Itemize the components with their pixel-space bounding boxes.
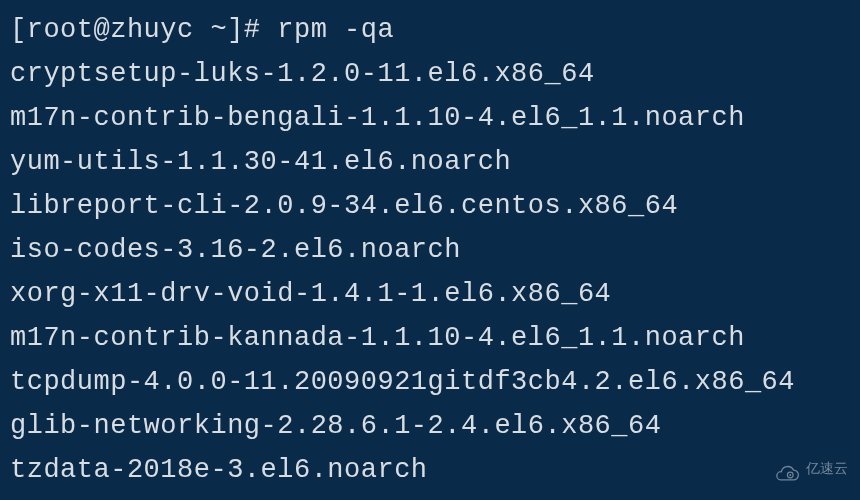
output-line: m17n-contrib-bengali-1.1.10-4.el6_1.1.no… (10, 96, 850, 140)
watermark: 亿速云 (774, 446, 848, 490)
command-line[interactable]: [root@zhuyc ~]# rpm -qa (10, 8, 850, 52)
output-line: tcpdump-4.0.0-11.20090921gitdf3cb4.2.el6… (10, 360, 850, 404)
svg-point-1 (789, 474, 791, 476)
output-line: xorg-x11-drv-void-1.4.1-1.el6.x86_64 (10, 272, 850, 316)
output-line: yum-utils-1.1.30-41.el6.noarch (10, 140, 850, 184)
output-line: cryptsetup-luks-1.2.0-11.el6.x86_64 (10, 52, 850, 96)
output-line: iso-codes-3.16-2.el6.noarch (10, 228, 850, 272)
output-line: tzdata-2018e-3.el6.noarch (10, 448, 850, 492)
watermark-text: 亿速云 (806, 446, 848, 490)
shell-prompt: [root@zhuyc ~]# (10, 15, 277, 45)
output-line: glib-networking-2.28.6.1-2.4.el6.x86_64 (10, 404, 850, 448)
output-line: libreport-cli-2.0.9-34.el6.centos.x86_64 (10, 184, 850, 228)
output-line: m17n-contrib-kannada-1.1.10-4.el6_1.1.no… (10, 316, 850, 360)
cloud-icon (774, 458, 800, 478)
typed-command: rpm -qa (277, 15, 394, 45)
